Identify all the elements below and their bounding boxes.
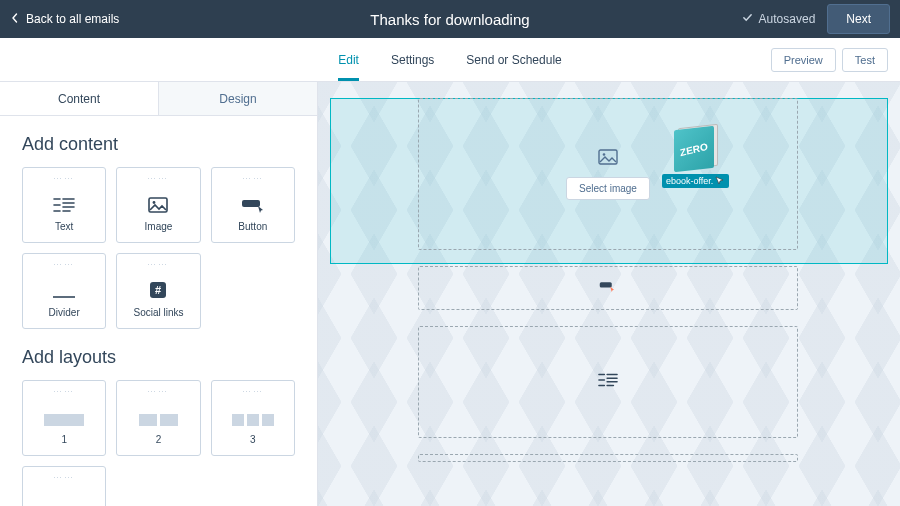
- next-button[interactable]: Next: [827, 4, 890, 34]
- email-block-button[interactable]: [418, 266, 798, 310]
- left-sidebar: Content Design Add content ⋯⋯ Text ⋯⋯: [0, 82, 318, 506]
- editor-subnav: Edit Settings Send or Schedule Preview T…: [0, 38, 900, 82]
- layout-card-2col[interactable]: ⋯⋯ 2: [116, 380, 200, 456]
- layout-card-1col[interactable]: ⋯⋯ 1: [22, 380, 106, 456]
- app-bar: Back to all emails Thanks for downloadin…: [0, 0, 900, 38]
- sidebar-tab-design[interactable]: Design: [159, 82, 317, 115]
- back-link[interactable]: Back to all emails: [10, 12, 119, 26]
- content-card-label: Divider: [49, 307, 80, 318]
- grip-icon: ⋯⋯: [242, 387, 264, 397]
- back-label: Back to all emails: [26, 12, 119, 26]
- content-card-text[interactable]: ⋯⋯ Text: [22, 167, 106, 243]
- section-add-layouts: Add layouts: [22, 347, 295, 368]
- grip-icon: ⋯⋯: [53, 387, 75, 397]
- svg-rect-0: [149, 198, 167, 212]
- email-block-text[interactable]: [418, 326, 798, 438]
- email-block-placeholder[interactable]: [418, 454, 798, 462]
- svg-point-1: [153, 201, 156, 204]
- layout-card-label: 2: [156, 434, 162, 445]
- content-card-button[interactable]: ⋯⋯ Button: [211, 167, 295, 243]
- svg-point-7: [603, 153, 606, 156]
- svg-text:#: #: [155, 284, 161, 296]
- layout-card-label: 3: [250, 434, 256, 445]
- grip-icon: ⋯⋯: [53, 260, 75, 270]
- svg-rect-6: [599, 150, 617, 164]
- email-canvas[interactable]: Select image ZERO: [318, 82, 900, 506]
- tab-edit[interactable]: Edit: [338, 53, 359, 81]
- grip-icon: ⋯⋯: [242, 174, 264, 184]
- text-icon: [53, 197, 75, 213]
- page-title: Thanks for downloading: [370, 11, 529, 28]
- sidebar-tab-content[interactable]: Content: [0, 82, 159, 115]
- content-card-label: Social links: [133, 307, 183, 318]
- email-body: Select image: [418, 98, 798, 462]
- test-button[interactable]: Test: [842, 48, 888, 72]
- hashtag-icon: #: [149, 281, 167, 299]
- layout-card-3col[interactable]: ⋯⋯ 3: [211, 380, 295, 456]
- tab-send[interactable]: Send or Schedule: [466, 53, 561, 81]
- button-icon: [241, 197, 265, 213]
- divider-icon: [52, 295, 76, 299]
- text-placeholder-icon: [598, 372, 618, 392]
- email-block-image[interactable]: Select image: [418, 98, 798, 250]
- content-card-image[interactable]: ⋯⋯ Image: [116, 167, 200, 243]
- select-image-button[interactable]: Select image: [566, 177, 650, 200]
- image-placeholder-icon: [598, 149, 618, 169]
- content-card-label: Image: [145, 221, 173, 232]
- layout-3col-icon: [232, 414, 274, 426]
- content-card-social[interactable]: ⋯⋯ # Social links: [116, 253, 200, 329]
- layout-1col-icon: [44, 414, 84, 426]
- chevron-left-icon: [10, 12, 20, 26]
- layout-card-label: 1: [61, 434, 67, 445]
- layout-card-more[interactable]: ⋯⋯: [22, 466, 106, 506]
- grip-icon: ⋯⋯: [53, 174, 75, 184]
- preview-button[interactable]: Preview: [771, 48, 836, 72]
- layout-2col-icon: [139, 414, 178, 426]
- grip-icon: ⋯⋯: [147, 260, 169, 270]
- check-icon: [742, 12, 753, 26]
- autosave-label: Autosaved: [759, 12, 816, 26]
- content-card-divider[interactable]: ⋯⋯ Divider: [22, 253, 106, 329]
- image-icon: [148, 197, 168, 213]
- button-placeholder-icon: [599, 279, 617, 297]
- content-card-label: Button: [238, 221, 267, 232]
- grip-icon: ⋯⋯: [147, 387, 169, 397]
- grip-icon: ⋯⋯: [53, 473, 75, 483]
- tab-settings[interactable]: Settings: [391, 53, 434, 81]
- svg-rect-2: [242, 200, 260, 207]
- section-add-content: Add content: [22, 134, 295, 155]
- autosave-indicator: Autosaved: [742, 12, 816, 26]
- grip-icon: ⋯⋯: [147, 174, 169, 184]
- svg-rect-8: [600, 282, 612, 287]
- content-card-label: Text: [55, 221, 73, 232]
